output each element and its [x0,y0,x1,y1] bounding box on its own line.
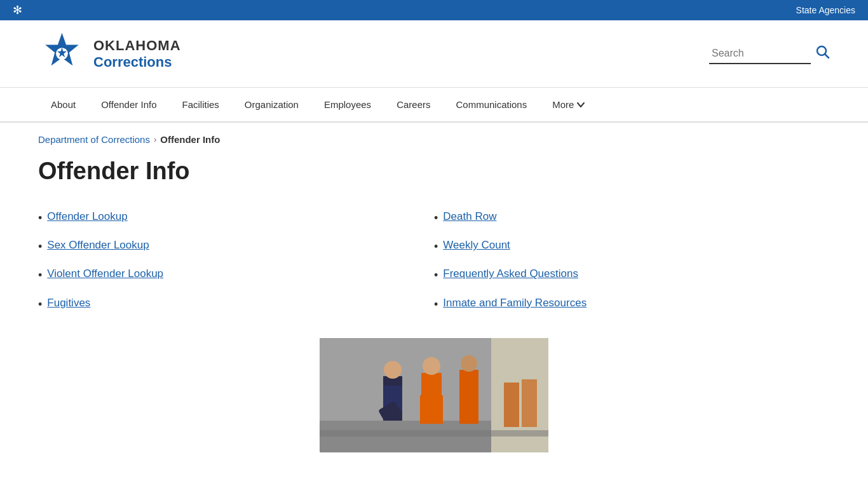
list-item: • Offender Lookup [38,204,434,233]
bullet-icon: • [38,297,42,313]
svg-point-9 [384,361,402,379]
search-area [709,44,830,64]
faq-link[interactable]: Frequently Asked Questions [443,268,578,280]
breadcrumb-separator: › [154,135,156,144]
nav-item-communications[interactable]: Communications [443,88,539,121]
logo-corrections: Corrections [93,54,181,71]
logo-icon [38,30,86,78]
list-item: • Sex Offender Lookup [38,233,434,261]
bullet-icon: • [38,239,42,255]
list-item: • Frequently Asked Questions [434,261,830,290]
breadcrumb-parent[interactable]: Department of Corrections [38,134,150,145]
svg-rect-14 [459,370,478,424]
links-right-column: • Death Row • Weekly Count • Frequently … [434,204,830,319]
svg-rect-18 [522,379,537,427]
nav-item-offender-info[interactable]: Offender Info [88,88,169,121]
page-title: Offender Info [38,158,830,185]
image-area [38,338,830,452]
links-grid: • Offender Lookup • Sex Offender Lookup … [38,204,830,319]
list-item: • Inmate and Family Resources [434,290,830,319]
bullet-icon: • [38,268,42,283]
logo-text: OKLAHOMA Corrections [93,37,181,71]
search-input[interactable] [709,44,811,64]
inmate-family-link[interactable]: Inmate and Family Resources [443,297,587,309]
violent-offender-lookup-link[interactable]: Violent Offender Lookup [47,268,163,280]
svg-line-4 [825,54,829,58]
logo-area: OKLAHOMA Corrections [38,30,181,78]
nav-item-more[interactable]: More [539,88,598,121]
list-item: • Violent Offender Lookup [38,261,434,290]
nav-item-organization[interactable]: Organization [232,88,311,121]
bullet-icon: • [434,210,438,226]
main-nav: About Offender Info Facilities Organizat… [0,88,868,123]
top-bar: ✻ State Agencies [0,0,868,20]
svg-point-12 [423,357,440,375]
svg-point-15 [461,355,477,372]
bullet-icon: • [434,239,438,255]
breadcrumb: Department of Corrections › Offender Inf… [0,123,868,151]
state-logo-icon: ✻ [13,3,22,17]
content-image [320,338,548,452]
sex-offender-lookup-link[interactable]: Sex Offender Lookup [47,239,149,252]
list-item: • Fugitives [38,290,434,319]
main-content: Offender Info • Offender Lookup • Sex Of… [0,151,868,471]
bullet-icon: • [38,210,42,226]
offender-lookup-link[interactable]: Offender Lookup [47,210,127,223]
logo-oklahoma: OKLAHOMA [93,37,181,54]
nav-item-facilities[interactable]: Facilities [170,88,232,121]
nav-item-employees[interactable]: Employees [311,88,384,121]
svg-rect-17 [504,383,519,427]
fugitives-link[interactable]: Fugitives [47,297,90,309]
svg-rect-13 [420,395,443,424]
breadcrumb-current: Offender Info [160,134,220,145]
links-left-column: • Offender Lookup • Sex Offender Lookup … [38,204,434,319]
nav-item-about[interactable]: About [38,88,88,121]
search-icon [816,45,830,59]
chevron-down-icon [576,100,585,109]
bullet-icon: • [434,268,438,283]
svg-rect-19 [320,430,548,437]
weekly-count-link[interactable]: Weekly Count [443,239,510,252]
header: OKLAHOMA Corrections [0,20,868,88]
nav-item-careers[interactable]: Careers [384,88,443,121]
list-item: • Death Row [434,204,830,233]
search-button[interactable] [816,45,830,62]
bullet-icon: • [434,297,438,313]
death-row-link[interactable]: Death Row [443,210,496,223]
state-agencies-link[interactable]: State Agencies [796,5,855,15]
list-item: • Weekly Count [434,233,830,261]
